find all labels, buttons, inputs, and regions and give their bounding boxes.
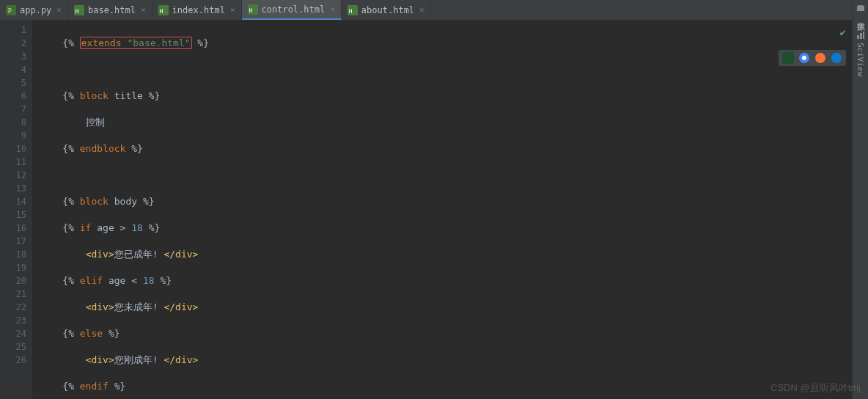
svg-rect-17: [860, 33, 862, 39]
line-number: 10: [0, 142, 26, 155]
line-number: 4: [0, 63, 26, 76]
html-file-icon: H: [74, 5, 84, 15]
line-number: 15: [0, 208, 26, 222]
line-number: 8: [0, 116, 26, 129]
line-number: 2: [0, 37, 26, 50]
line-number: 11: [0, 155, 26, 169]
line-number-gutter: 1 2 3 4 5 6 7 8 9 10 11 12 13 14 15 16 1…: [0, 21, 32, 399]
tab-control-html[interactable]: H control.html ×: [242, 0, 342, 20]
line-number: 12: [0, 169, 26, 182]
line-number: 18: [0, 248, 26, 261]
firefox-icon[interactable]: [814, 52, 826, 64]
svg-text:P: P: [8, 7, 12, 14]
editor-area: 1 2 3 4 5 6 7 8 9 10 11 12 13 14 15 16 1…: [0, 21, 868, 399]
line-number: 17: [0, 235, 26, 248]
svg-text:H: H: [349, 7, 353, 14]
close-icon[interactable]: ×: [56, 5, 62, 15]
close-icon[interactable]: ×: [330, 4, 335, 14]
svg-point-12: [815, 53, 825, 63]
sciview-icon: [856, 31, 865, 40]
line-number: 26: [0, 354, 26, 367]
code-content[interactable]: {% extends "base.html" %} {% block title…: [32, 21, 868, 399]
svg-rect-18: [863, 32, 864, 39]
database-icon: [856, 4, 865, 13]
html-file-icon: H: [347, 5, 358, 15]
close-icon[interactable]: ×: [141, 5, 146, 15]
watermark-text: CSDN @且听风吟tmj: [770, 381, 861, 395]
svg-point-13: [831, 53, 842, 63]
line-number: 24: [0, 327, 26, 340]
tab-label: about.html: [361, 5, 414, 15]
line-number: 19: [0, 261, 26, 274]
tab-about-html[interactable]: H about.html ×: [342, 0, 431, 20]
line-number: 6: [0, 89, 26, 103]
close-icon[interactable]: ×: [230, 5, 235, 15]
line-number: 1: [0, 23, 26, 37]
line-number: 25: [0, 340, 26, 354]
tab-label: index.html: [172, 5, 225, 15]
line-number: 20: [0, 274, 26, 288]
sciview-tool-button[interactable]: SciView: [856, 31, 865, 76]
line-number: 3: [0, 50, 26, 63]
svg-text:H: H: [249, 7, 252, 13]
line-number: 21: [0, 288, 26, 301]
toolbar-badges: [779, 50, 846, 66]
svg-rect-15: [857, 7, 864, 11]
python-file-icon: P: [6, 5, 16, 15]
svg-text:H: H: [76, 7, 79, 14]
tab-label: base.html: [88, 5, 136, 15]
line-number: 5: [0, 76, 26, 89]
line-number: 22: [0, 301, 26, 314]
svg-rect-16: [857, 35, 859, 39]
line-number: 9: [0, 129, 26, 142]
html-file-icon: H: [248, 4, 258, 15]
tab-label: control.html: [262, 4, 326, 15]
analysis-ok-icon[interactable]: ✔: [840, 26, 846, 38]
html-file-icon: H: [158, 5, 169, 15]
tab-label: app.py: [20, 5, 51, 15]
line-number: 14: [0, 195, 26, 208]
edge-icon[interactable]: [831, 52, 842, 64]
line-number: 13: [0, 182, 26, 195]
right-tool-sidebar: 数据库 SciView: [852, 0, 868, 399]
database-tool-button[interactable]: 数据库: [855, 4, 866, 16]
line-number: 16: [0, 222, 26, 235]
svg-text:H: H: [159, 7, 163, 14]
line-number: 7: [0, 103, 26, 116]
line-number: 23: [0, 314, 26, 327]
editor-tabs: P app.py × H base.html × H index.html × …: [0, 0, 868, 21]
tab-app-py[interactable]: P app.py ×: [0, 0, 68, 20]
close-icon[interactable]: ×: [419, 5, 424, 15]
tab-index-html[interactable]: H index.html ×: [152, 0, 242, 20]
chrome-icon[interactable]: [798, 52, 810, 64]
pycharm-icon[interactable]: [782, 52, 794, 64]
tab-base-html[interactable]: H base.html ×: [68, 0, 152, 20]
svg-point-11: [802, 56, 806, 60]
